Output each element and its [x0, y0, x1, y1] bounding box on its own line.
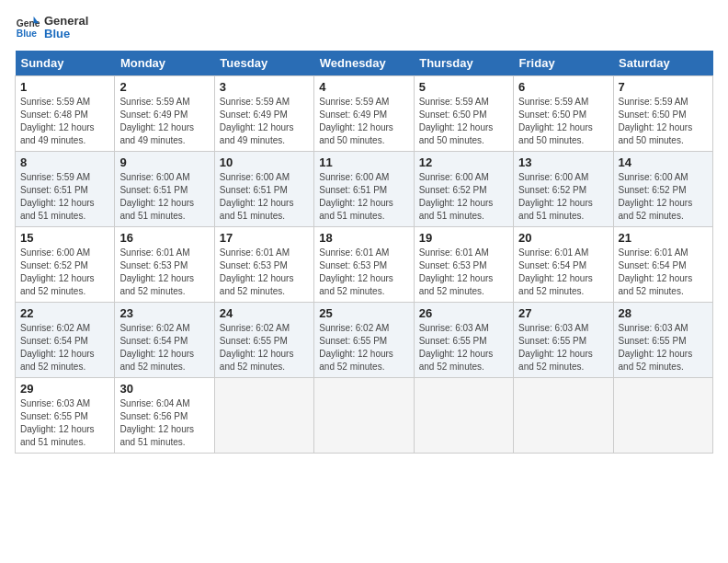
- day-6: 6Sunrise: 5:59 AMSunset: 6:50 PMDaylight…: [514, 75, 613, 151]
- day-9: 9Sunrise: 6:00 AMSunset: 6:51 PMDaylight…: [115, 151, 214, 226]
- day-7: 7Sunrise: 5:59 AMSunset: 6:50 PMDaylight…: [613, 75, 712, 151]
- calendar-header-row: Sunday Monday Tuesday Wednesday Thursday…: [16, 51, 713, 76]
- col-thursday: Thursday: [414, 51, 513, 76]
- empty-cell: [613, 377, 712, 453]
- day-25: 25Sunrise: 6:02 AMSunset: 6:55 PMDayligh…: [314, 302, 414, 377]
- day-4: 4Sunrise: 5:59 AMSunset: 6:49 PMDaylight…: [314, 75, 414, 151]
- day-12: 12Sunrise: 6:00 AMSunset: 6:52 PMDayligh…: [414, 151, 513, 226]
- day-26: 26Sunrise: 6:03 AMSunset: 6:55 PMDayligh…: [414, 302, 513, 377]
- day-15: 15Sunrise: 6:00 AMSunset: 6:52 PMDayligh…: [16, 226, 115, 302]
- week-row-4: 22Sunrise: 6:02 AMSunset: 6:54 PMDayligh…: [16, 302, 713, 377]
- empty-cell: [514, 377, 613, 453]
- col-friday: Friday: [514, 51, 613, 76]
- day-2: 2Sunrise: 5:59 AMSunset: 6:49 PMDaylight…: [115, 75, 214, 151]
- col-wednesday: Wednesday: [314, 51, 414, 76]
- week-row-5: 29Sunrise: 6:03 AMSunset: 6:55 PMDayligh…: [16, 377, 713, 453]
- col-sunday: Sunday: [16, 51, 115, 76]
- day-11: 11Sunrise: 6:00 AMSunset: 6:51 PMDayligh…: [314, 151, 414, 226]
- day-21: 21Sunrise: 6:01 AMSunset: 6:54 PMDayligh…: [613, 226, 712, 302]
- logo-general: General: [44, 15, 88, 28]
- day-3: 3Sunrise: 5:59 AMSunset: 6:49 PMDaylight…: [214, 75, 313, 151]
- empty-cell: [414, 377, 513, 453]
- col-monday: Monday: [115, 51, 214, 76]
- day-30: 30Sunrise: 6:04 AMSunset: 6:56 PMDayligh…: [115, 377, 214, 453]
- day-20: 20Sunrise: 6:01 AMSunset: 6:54 PMDayligh…: [514, 226, 613, 302]
- day-27: 27Sunrise: 6:03 AMSunset: 6:55 PMDayligh…: [514, 302, 613, 377]
- col-tuesday: Tuesday: [214, 51, 313, 76]
- svg-text:General: General: [17, 18, 40, 29]
- empty-cell: [214, 377, 313, 453]
- day-24: 24Sunrise: 6:02 AMSunset: 6:55 PMDayligh…: [214, 302, 313, 377]
- day-18: 18Sunrise: 6:01 AMSunset: 6:53 PMDayligh…: [314, 226, 414, 302]
- day-17: 17Sunrise: 6:01 AMSunset: 6:53 PMDayligh…: [214, 226, 313, 302]
- day-19: 19Sunrise: 6:01 AMSunset: 6:53 PMDayligh…: [414, 226, 513, 302]
- day-29: 29Sunrise: 6:03 AMSunset: 6:55 PMDayligh…: [16, 377, 115, 453]
- week-row-3: 15Sunrise: 6:00 AMSunset: 6:52 PMDayligh…: [16, 226, 713, 302]
- logo: General Blue General Blue: [15, 15, 88, 41]
- day-1: 1Sunrise: 5:59 AMSunset: 6:48 PMDaylight…: [16, 75, 115, 151]
- week-row-1: 1Sunrise: 5:59 AMSunset: 6:48 PMDaylight…: [16, 75, 713, 151]
- day-23: 23Sunrise: 6:02 AMSunset: 6:54 PMDayligh…: [115, 302, 214, 377]
- calendar-table: Sunday Monday Tuesday Wednesday Thursday…: [15, 51, 713, 454]
- svg-text:Blue: Blue: [17, 29, 38, 40]
- col-saturday: Saturday: [613, 51, 712, 76]
- day-14: 14Sunrise: 6:00 AMSunset: 6:52 PMDayligh…: [613, 151, 712, 226]
- day-28: 28Sunrise: 6:03 AMSunset: 6:55 PMDayligh…: [613, 302, 712, 377]
- day-13: 13Sunrise: 6:00 AMSunset: 6:52 PMDayligh…: [514, 151, 613, 226]
- logo-blue: Blue: [44, 28, 88, 40]
- day-5: 5Sunrise: 5:59 AMSunset: 6:50 PMDaylight…: [414, 75, 513, 151]
- day-22: 22Sunrise: 6:02 AMSunset: 6:54 PMDayligh…: [16, 302, 115, 377]
- day-10: 10Sunrise: 6:00 AMSunset: 6:51 PMDayligh…: [214, 151, 313, 226]
- day-16: 16Sunrise: 6:01 AMSunset: 6:53 PMDayligh…: [115, 226, 214, 302]
- empty-cell: [314, 377, 414, 453]
- day-8: 8Sunrise: 5:59 AMSunset: 6:51 PMDaylight…: [16, 151, 115, 226]
- header: General Blue General Blue: [15, 15, 713, 41]
- week-row-2: 8Sunrise: 5:59 AMSunset: 6:51 PMDaylight…: [16, 151, 713, 226]
- logo-icon: General Blue: [15, 15, 40, 40]
